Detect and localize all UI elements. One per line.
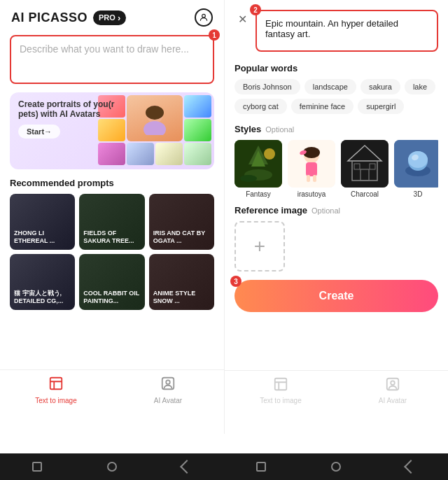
notification-badge-2: 2 xyxy=(250,4,261,15)
avatar-cell xyxy=(98,119,125,141)
svg-point-3 xyxy=(146,106,164,120)
ref-optional-label: Optional xyxy=(312,206,340,215)
avatars-banner: Create portraits of you(r pets) with AI … xyxy=(10,92,214,169)
recommended-title: Recommended prompts xyxy=(0,178,224,194)
style-thumb-charcoal xyxy=(341,140,388,188)
left-panel: AI PICASSO PRO 1 Describe what you want … xyxy=(0,0,224,434)
right-panel: ✕ 2 Epic mountain. An hyper detailed fan… xyxy=(224,0,448,434)
style-name-fantasy: Fantasy xyxy=(246,190,271,198)
style-name-irasutoya: irasutoya xyxy=(298,190,326,198)
nav-right-text-image[interactable]: Text to image xyxy=(225,371,337,407)
right-header: ✕ 2 Epic mountain. An hyper detailed fan… xyxy=(225,0,448,55)
avatar-cell xyxy=(184,119,211,141)
plus-icon: + xyxy=(254,235,265,257)
avatar-cell xyxy=(184,95,211,118)
bottom-nav-left: Text to image AI Avatar xyxy=(0,369,224,407)
style-thumb-fantasy xyxy=(234,140,282,188)
prompt-label: 猫 宇宙人と戦う, DETAILED CG,... xyxy=(14,290,71,306)
reference-image-section: Reference image Optional + xyxy=(225,205,448,280)
avatar-cell xyxy=(155,143,183,165)
create-button[interactable]: Create xyxy=(234,280,438,312)
svg-rect-31 xyxy=(275,379,287,390)
system-navigation-bar xyxy=(0,453,448,480)
nav-right-avatar[interactable]: AI Avatar xyxy=(337,371,448,407)
prompt-card[interactable]: ZHONG LI ETHEREAL ... xyxy=(10,194,75,250)
style-name-charcoal: Charcoal xyxy=(351,190,379,198)
system-btn-square-left[interactable] xyxy=(29,459,45,474)
avatar-cell xyxy=(184,143,211,165)
prompt-textarea[interactable]: Epic mountain. An hyper detailed fantasy… xyxy=(255,10,438,52)
prompt-card[interactable]: FIELDS OF SAKURA TREE... xyxy=(79,194,144,250)
svg-point-2 xyxy=(144,121,166,135)
svg-point-29 xyxy=(408,151,428,168)
styles-title: Styles xyxy=(234,124,261,134)
svg-point-11 xyxy=(264,148,275,160)
search-placeholder: Describe what you want to draw here... xyxy=(20,43,189,55)
nav-right-icon-1 xyxy=(273,376,288,395)
prompt-card[interactable]: ANIME STYLE SNOW ... xyxy=(149,254,214,310)
svg-rect-15 xyxy=(306,162,317,176)
pro-badge[interactable]: PRO xyxy=(93,10,126,25)
styles-section: Styles Optional Fantasy xyxy=(225,124,448,205)
prompt-label: FIELDS OF SAKURA TREE... xyxy=(83,230,140,246)
nav-text-to-image-label: Text to image xyxy=(35,397,76,404)
nav-right-icon-2 xyxy=(385,376,400,395)
tag-lake[interactable]: lake xyxy=(405,79,435,94)
style-fantasy[interactable]: Fantasy xyxy=(234,140,282,198)
prompts-grid: ZHONG LI ETHEREAL ... FIELDS OF SAKURA T… xyxy=(0,194,224,310)
bottom-nav-right: Text to image AI Avatar xyxy=(225,370,448,407)
ai-avatar-icon xyxy=(160,376,176,395)
tag-cyborg-cat[interactable]: cyborg cat xyxy=(234,99,287,114)
style-irasutoya[interactable]: irasutoya xyxy=(288,140,335,198)
user-icon[interactable] xyxy=(195,8,213,27)
nav-right-label-1: Text to image xyxy=(260,397,301,404)
tag-supergirl[interactable]: supergirl xyxy=(358,99,404,114)
nav-ai-avatar-label: AI Avatar xyxy=(154,397,182,404)
style-3d[interactable]: 3D xyxy=(394,140,438,198)
tag-landscape[interactable]: landscape xyxy=(304,79,356,94)
svg-point-6 xyxy=(166,380,170,384)
tag-boris-johnson[interactable]: Boris Johnson xyxy=(234,79,300,94)
search-box[interactable]: Describe what you want to draw here... xyxy=(10,35,214,84)
style-name-3d: 3D xyxy=(414,190,423,198)
avatar-cell-main xyxy=(127,95,183,141)
styles-optional-label: Optional xyxy=(265,125,294,134)
ref-title: Reference image xyxy=(234,205,307,216)
prompt-card[interactable]: IRIS AND CAT BY OGATA ... xyxy=(149,194,214,250)
style-thumb-irasutoya xyxy=(288,140,335,188)
system-btn-circle-right[interactable] xyxy=(328,459,344,474)
tag-sakura[interactable]: sakura xyxy=(360,79,400,94)
svg-rect-4 xyxy=(50,378,62,390)
system-btn-square-right[interactable] xyxy=(253,459,269,474)
svg-rect-19 xyxy=(313,175,316,182)
app-header: AI PICASSO PRO xyxy=(0,0,224,35)
prompt-label: ANIME STYLE SNOW ... xyxy=(153,290,210,306)
system-btn-circle-left[interactable] xyxy=(104,459,120,474)
style-thumb-3d xyxy=(394,140,438,188)
style-charcoal[interactable]: Charcoal xyxy=(341,140,388,198)
app-logo: AI PICASSO xyxy=(11,10,88,25)
styles-header: Styles Optional xyxy=(234,124,438,134)
avatar-cell xyxy=(98,143,125,165)
nav-text-to-image[interactable]: Text to image xyxy=(0,370,112,407)
prompt-card[interactable]: 猫 宇宙人と戦う, DETAILED CG,... xyxy=(10,254,75,310)
nav-ai-avatar[interactable]: AI Avatar xyxy=(112,370,224,407)
ref-image-upload[interactable]: + xyxy=(234,221,285,271)
close-button[interactable]: ✕ xyxy=(234,11,250,27)
tag-feminine-face[interactable]: feminine face xyxy=(291,99,354,114)
tags-row-1: Boris Johnson landscape sakura lake xyxy=(234,79,438,94)
ref-header: Reference image Optional xyxy=(234,205,438,216)
system-btn-back-right[interactable] xyxy=(403,459,419,474)
popular-title: Popular words xyxy=(234,63,438,73)
start-button[interactable]: Start→ xyxy=(18,125,60,139)
create-section: 3 Create xyxy=(225,280,448,319)
avatars-banner-title: Create portraits of you(r pets) with AI … xyxy=(18,99,123,119)
prompt-label: IRIS AND CAT BY OGATA ... xyxy=(153,230,210,246)
prompt-card[interactable]: COOL RABBIT OIL PAINTING... xyxy=(79,254,144,310)
svg-point-0 xyxy=(202,14,206,17)
prompt-input-container: 2 Epic mountain. An hyper detailed fanta… xyxy=(255,10,438,55)
system-btn-back-left[interactable] xyxy=(179,459,195,474)
nav-right-label-2: AI Avatar xyxy=(379,397,407,404)
text-to-image-icon xyxy=(48,376,64,395)
notification-badge-3: 3 xyxy=(230,276,241,287)
